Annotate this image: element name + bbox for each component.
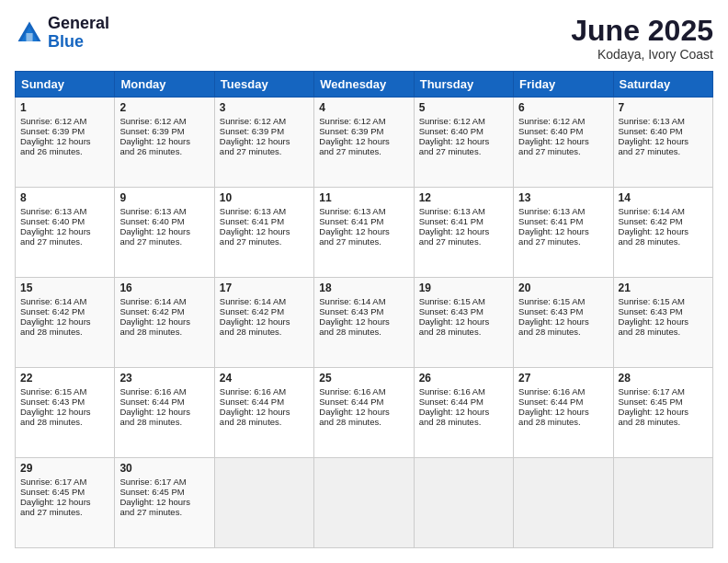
title-block: June 2025 Kodaya, Ivory Coast	[571, 15, 713, 62]
day-info-line: Sunset: 6:39 PM	[119, 126, 209, 136]
day-info-line: and 28 minutes.	[319, 417, 408, 427]
day-number: 5	[419, 101, 508, 114]
day-info-line: Sunset: 6:43 PM	[20, 396, 109, 407]
calendar-cell: 16Sunrise: 6:14 AMSunset: 6:42 PMDayligh…	[115, 278, 214, 368]
day-info-line: Sunset: 6:44 PM	[518, 396, 608, 407]
calendar-cell: 27Sunrise: 6:16 AMSunset: 6:44 PMDayligh…	[514, 368, 613, 458]
day-info-line: and 28 minutes.	[619, 417, 708, 427]
day-info-line: Daylight: 12 hours	[20, 497, 109, 507]
calendar-cell: 17Sunrise: 6:14 AMSunset: 6:42 PMDayligh…	[214, 278, 313, 368]
day-info-line: Sunrise: 6:14 AM	[20, 296, 109, 306]
day-header-friday: Friday	[514, 72, 613, 98]
header: General Blue June 2025 Kodaya, Ivory Coa…	[15, 15, 713, 62]
day-number: 10	[220, 191, 309, 204]
logo: General Blue	[15, 15, 109, 52]
calendar-cell: 25Sunrise: 6:16 AMSunset: 6:44 PMDayligh…	[314, 368, 414, 458]
day-info-line: and 27 minutes.	[419, 146, 508, 156]
day-info-line: Sunset: 6:41 PM	[319, 216, 408, 226]
day-info-line: and 27 minutes.	[119, 236, 209, 247]
day-info-line: and 27 minutes.	[220, 146, 309, 156]
day-info-line: Sunrise: 6:13 AM	[20, 206, 109, 216]
day-info-line: Daylight: 12 hours	[220, 136, 309, 146]
calendar-cell: 30Sunrise: 6:17 AMSunset: 6:45 PMDayligh…	[115, 458, 214, 548]
day-info-line: and 27 minutes.	[220, 236, 309, 247]
day-number: 28	[619, 372, 708, 385]
day-number: 29	[20, 462, 109, 475]
day-info-line: and 28 minutes.	[220, 327, 309, 337]
day-number: 21	[619, 282, 708, 294]
day-info-line: and 28 minutes.	[619, 327, 708, 337]
day-info-line: Daylight: 12 hours	[119, 136, 209, 146]
day-info-line: Daylight: 12 hours	[119, 497, 209, 507]
day-info-line: Sunset: 6:40 PM	[20, 216, 109, 226]
day-info-line: Sunrise: 6:12 AM	[419, 116, 508, 126]
day-info-line: and 27 minutes.	[319, 236, 408, 247]
day-info-line: Sunset: 6:42 PM	[20, 306, 109, 316]
day-info-line: and 28 minutes.	[518, 327, 608, 337]
calendar-body: 1Sunrise: 6:12 AMSunset: 6:39 PMDaylight…	[16, 98, 713, 548]
day-number: 7	[619, 101, 708, 114]
day-info-line: Sunset: 6:39 PM	[220, 126, 309, 136]
calendar-cell: 12Sunrise: 6:13 AMSunset: 6:41 PMDayligh…	[414, 188, 513, 278]
day-info-line: Sunrise: 6:15 AM	[20, 386, 109, 396]
day-info-line: Sunset: 6:42 PM	[220, 306, 309, 316]
day-info-line: and 28 minutes.	[319, 327, 408, 337]
day-info-line: and 27 minutes.	[319, 146, 408, 156]
calendar-cell: 7Sunrise: 6:13 AMSunset: 6:40 PMDaylight…	[613, 98, 712, 188]
day-info-line: and 28 minutes.	[518, 417, 608, 427]
day-number: 4	[319, 101, 408, 114]
day-header-monday: Monday	[115, 72, 214, 98]
calendar-cell: 4Sunrise: 6:12 AMSunset: 6:39 PMDaylight…	[314, 98, 414, 188]
day-info-line: Sunset: 6:42 PM	[619, 216, 708, 226]
day-info-line: and 27 minutes.	[518, 236, 608, 247]
calendar-cell: 11Sunrise: 6:13 AMSunset: 6:41 PMDayligh…	[314, 188, 414, 278]
day-info-line: Sunset: 6:43 PM	[518, 306, 608, 316]
day-header-tuesday: Tuesday	[214, 72, 313, 98]
calendar-cell: 22Sunrise: 6:15 AMSunset: 6:43 PMDayligh…	[16, 368, 115, 458]
calendar-cell: 2Sunrise: 6:12 AMSunset: 6:39 PMDaylight…	[115, 98, 214, 188]
day-info-line: Sunset: 6:41 PM	[419, 216, 508, 226]
calendar-week-1: 1Sunrise: 6:12 AMSunset: 6:39 PMDaylight…	[16, 98, 713, 188]
day-number: 11	[319, 191, 408, 204]
day-info-line: Sunrise: 6:15 AM	[619, 296, 708, 306]
day-number: 13	[518, 191, 608, 204]
day-info-line: Daylight: 12 hours	[20, 226, 109, 236]
day-info-line: Daylight: 12 hours	[619, 407, 708, 417]
calendar-cell: 15Sunrise: 6:14 AMSunset: 6:42 PMDayligh…	[16, 278, 115, 368]
day-info-line: Sunrise: 6:17 AM	[619, 386, 708, 396]
day-info-line: Daylight: 12 hours	[518, 316, 608, 327]
day-info-line: Daylight: 12 hours	[518, 407, 608, 417]
calendar-cell	[414, 458, 513, 548]
day-info-line: Daylight: 12 hours	[319, 407, 408, 417]
day-info-line: Sunrise: 6:13 AM	[119, 206, 209, 216]
day-header-sunday: Sunday	[16, 72, 115, 98]
day-number: 19	[419, 282, 508, 294]
calendar-cell: 1Sunrise: 6:12 AMSunset: 6:39 PMDaylight…	[16, 98, 115, 188]
day-info-line: Sunset: 6:45 PM	[119, 487, 209, 497]
calendar-cell: 21Sunrise: 6:15 AMSunset: 6:43 PMDayligh…	[613, 278, 712, 368]
day-info-line: Sunset: 6:39 PM	[319, 126, 408, 136]
day-info-line: Sunset: 6:40 PM	[119, 216, 209, 226]
day-info-line: and 27 minutes.	[20, 236, 109, 247]
day-info-line: Sunrise: 6:14 AM	[220, 296, 309, 306]
day-number: 27	[518, 372, 608, 385]
day-info-line: Sunrise: 6:15 AM	[518, 296, 608, 306]
day-info-line: Sunrise: 6:13 AM	[419, 206, 508, 216]
day-info-line: and 27 minutes.	[419, 236, 508, 247]
calendar-week-3: 15Sunrise: 6:14 AMSunset: 6:42 PMDayligh…	[16, 278, 713, 368]
day-number: 20	[518, 282, 608, 294]
calendar-week-4: 22Sunrise: 6:15 AMSunset: 6:43 PMDayligh…	[16, 368, 713, 458]
day-info-line: and 28 minutes.	[20, 327, 109, 337]
day-info-line: Daylight: 12 hours	[419, 407, 508, 417]
calendar-cell: 24Sunrise: 6:16 AMSunset: 6:44 PMDayligh…	[214, 368, 313, 458]
day-info-line: Sunrise: 6:16 AM	[220, 386, 309, 396]
day-info-line: Daylight: 12 hours	[619, 226, 708, 236]
day-number: 26	[419, 372, 508, 385]
day-info-line: and 27 minutes.	[619, 146, 708, 156]
calendar-cell: 10Sunrise: 6:13 AMSunset: 6:41 PMDayligh…	[214, 188, 313, 278]
day-number: 12	[419, 191, 508, 204]
day-info-line: Daylight: 12 hours	[319, 226, 408, 236]
day-info-line: and 28 minutes.	[419, 327, 508, 337]
day-info-line: Sunrise: 6:17 AM	[20, 477, 109, 487]
day-info-line: and 28 minutes.	[220, 417, 309, 427]
